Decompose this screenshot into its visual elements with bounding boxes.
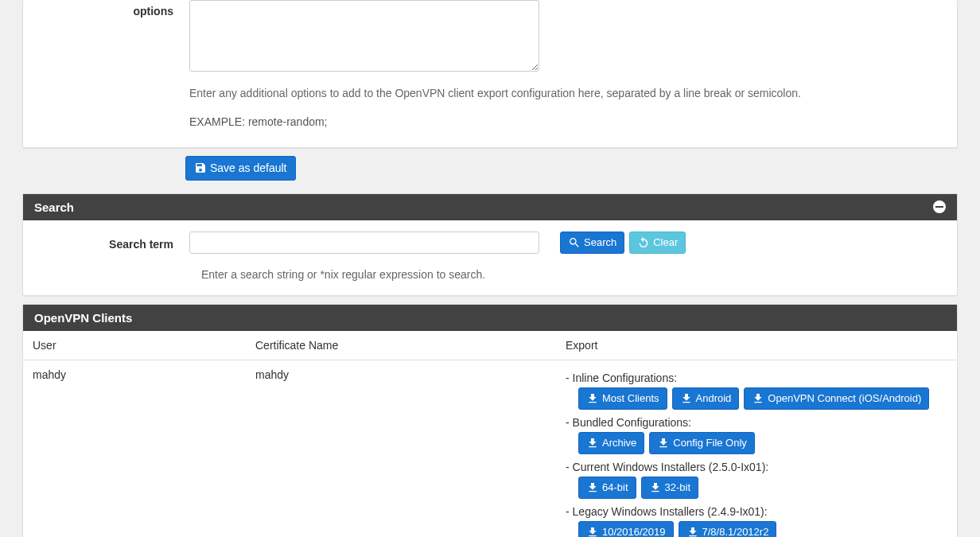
advanced-options-panel: options Enter any additional options to … [22, 0, 958, 148]
search-panel-title: Search [34, 200, 74, 214]
options-textarea[interactable] [189, 0, 539, 72]
download-button-label: Archive [602, 437, 636, 449]
download-button-label: Android [696, 392, 732, 405]
search-panel: Search Search term Search Clear [22, 193, 958, 296]
export-button-row: 10/2016/20197/8/8.1/2012r2 [578, 521, 947, 537]
export-group-label: Legacy Windows Installers (2.4.9-Ix01): [566, 505, 947, 518]
cell-cert: mahdy [246, 360, 556, 537]
export-button-row: ArchiveConfig File Only [578, 432, 947, 454]
col-header-export: Export [556, 331, 957, 360]
download-button[interactable]: Archive [578, 432, 644, 454]
search-icon [568, 236, 581, 249]
save-as-default-button[interactable]: Save as default [185, 156, 296, 181]
export-group-label: Current Windows Installers (2.5.0-Ix01): [566, 461, 947, 473]
download-button-label: 7/8/8.1/2012r2 [702, 526, 769, 537]
download-button[interactable]: OpenVPN Connect (iOS/Android) [744, 387, 929, 410]
download-button[interactable]: 32-bit [641, 477, 699, 499]
download-button[interactable]: Most Clients [578, 387, 667, 410]
collapse-icon[interactable] [933, 200, 946, 213]
options-example: EXAMPLE: remote-random; [189, 115, 946, 128]
export-group-label: Bundled Configurations: [566, 416, 947, 429]
table-row: mahdymahdyInline Configurations:Most Cli… [23, 360, 957, 537]
search-button[interactable]: Search [560, 232, 624, 254]
download-icon [657, 437, 670, 449]
clients-panel-header: OpenVPN Clients [23, 305, 957, 331]
search-help-text: Enter a search string or *nix regular ex… [201, 268, 946, 281]
undo-icon [637, 236, 650, 249]
download-icon [680, 392, 693, 405]
export-button-row: 64-bit32-bit [578, 477, 947, 499]
download-icon [649, 481, 662, 494]
save-icon [194, 161, 207, 174]
clients-table: User Certificate Name Export mahdymahdyI… [23, 331, 957, 537]
col-header-user: User [23, 331, 246, 360]
download-icon [752, 392, 764, 405]
clear-button-label: Clear [653, 236, 678, 249]
options-label: options [34, 0, 189, 18]
cell-export: Inline Configurations:Most ClientsAndroi… [556, 360, 957, 537]
download-button-label: OpenVPN Connect (iOS/Android) [768, 392, 921, 405]
cell-user: mahdy [23, 360, 246, 537]
download-icon [586, 437, 599, 449]
search-term-label: Search term [34, 235, 189, 251]
download-button[interactable]: 64-bit [578, 477, 636, 499]
download-button-label: Most Clients [602, 392, 659, 405]
search-panel-header: Search [23, 194, 957, 220]
clear-button[interactable]: Clear [629, 232, 686, 254]
search-button-label: Search [584, 236, 616, 249]
save-button-label: Save as default [210, 161, 287, 175]
download-icon [586, 392, 599, 405]
download-button-label: 32-bit [665, 481, 691, 494]
clients-tbody: mahdymahdyInline Configurations:Most Cli… [23, 360, 957, 537]
clients-panel-title: OpenVPN Clients [34, 311, 132, 325]
download-button[interactable]: Android [672, 387, 740, 410]
export-group-label: Inline Configurations: [566, 372, 947, 384]
download-button[interactable]: Config File Only [649, 432, 754, 454]
search-term-input[interactable] [189, 232, 539, 254]
download-button-label: Config File Only [673, 437, 746, 449]
export-button-row: Most ClientsAndroidOpenVPN Connect (iOS/… [578, 387, 947, 410]
options-help: Enter any additional options to add to t… [189, 87, 946, 99]
download-icon [586, 526, 599, 537]
openvpn-clients-panel: OpenVPN Clients User Certificate Name Ex… [22, 304, 958, 537]
download-button[interactable]: 10/2016/2019 [578, 521, 674, 537]
download-icon [686, 526, 699, 537]
col-header-cert: Certificate Name [246, 331, 556, 360]
download-button-label: 64-bit [602, 481, 628, 494]
download-button-label: 10/2016/2019 [602, 526, 666, 537]
download-icon [586, 481, 599, 494]
download-button[interactable]: 7/8/8.1/2012r2 [679, 521, 777, 537]
